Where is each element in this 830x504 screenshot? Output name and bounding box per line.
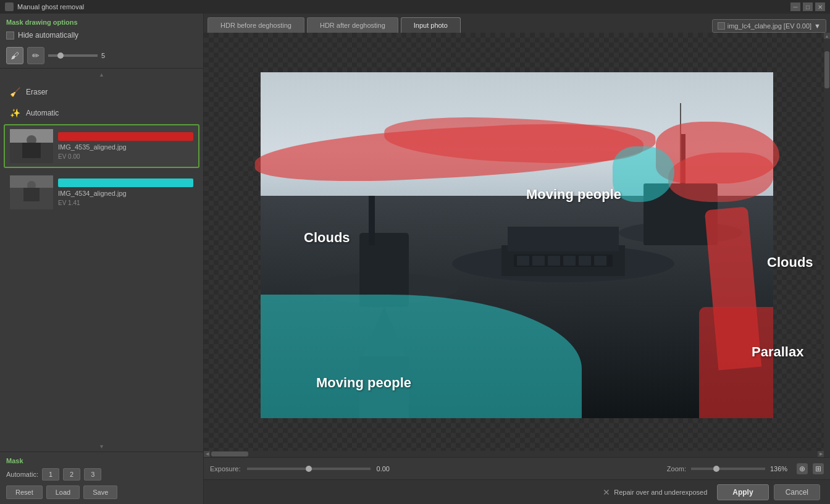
scroll-up-arrow[interactable]: ▲ [824,33,830,39]
eraser-icon: 🧹 [9,86,21,98]
image-ev-2: EV 1.41 [58,200,193,206]
svg-rect-25 [594,256,606,266]
svg-rect-12 [369,196,375,245]
reset-button[interactable]: Reset [6,485,43,499]
dropdown-arrow-icon: ▼ [814,22,821,30]
minimize-button[interactable]: ─ [790,2,800,11]
image-thumb-1 [10,129,53,163]
svg-rect-24 [579,256,591,266]
exposure-value: 0.00 [377,465,398,472]
tab-bar: HDR before deghosting HDR after deghosti… [204,14,830,33]
right-panel: HDR before deghosting HDR after deghosti… [204,14,830,504]
image-info-1: IMG_4535_aligned.jpg EV 0.00 [58,132,193,160]
label-moving-people-bottom: Moving people [316,375,411,391]
color-bar-red-1 [58,132,193,141]
svg-rect-22 [548,256,560,266]
eraser-label: Eraser [26,88,48,96]
image-composite: Clouds Moving people Clouds Parallax Mov… [261,72,773,418]
svg-rect-20 [517,256,529,266]
image-filename-1: IMG_4535_aligned.jpg [58,143,193,151]
tools-row: 🖌 ✏ 5 [0,44,203,67]
vertical-scrollbar[interactable]: ▲ ▼ [824,33,830,457]
dropdown-filename: img_lc4_clahe.jpg [EV 0.00] [727,22,811,30]
mask-automatic-label: Automatic: [6,471,38,478]
image-info-2: IMG_4534_aligned.jpg EV 1.41 [58,178,193,206]
save-button[interactable]: Save [83,485,117,499]
zoom-controls: Zoom: 136% ⊕ ⊞ [667,463,824,474]
hide-automatically-row: Hide automatically [0,28,203,44]
tab-input-photo[interactable]: Input photo [401,17,461,33]
mask-actions: Reset Load Save [6,485,197,499]
tab-hdr-after[interactable]: HDR after deghosting [307,17,398,33]
image-item-2[interactable]: IMG_4534_aligned.jpg EV 1.41 [4,170,199,214]
app-icon [5,2,14,11]
list-scroll-up-button[interactable]: ▲ [0,70,203,80]
list-scroll-down-button[interactable]: ▼ [0,442,203,452]
automatic-icon: ✨ [9,107,21,119]
hide-automatically-checkbox[interactable] [6,32,14,40]
hide-automatically-label: Hide automatically [18,31,78,40]
automatic-tool-item[interactable]: ✨ Automatic [4,103,199,123]
image-list: 🧹 Eraser ✨ Automatic [0,80,203,442]
brush-size-value: 5 [101,52,105,59]
scroll-left-arrow[interactable]: ◀ [204,451,210,457]
repair-x-icon[interactable]: ✕ [603,487,610,497]
zoom-slider[interactable] [691,468,765,470]
image-ev-1: EV 0.00 [58,153,193,160]
horizontal-scrollbar[interactable]: ◀ ▶ [204,451,824,457]
svg-rect-15 [508,227,619,251]
zoom-actual-button[interactable]: ⊞ [813,463,824,474]
brush-size-container: 5 [48,52,197,59]
brush-size-slider[interactable] [48,54,98,57]
mask-section: Mask Automatic: 1 2 3 Reset Load Save [0,452,203,504]
sidebar: Mask drawing options Hide automatically … [0,14,204,504]
mask-auto-btn-3[interactable]: 3 [84,468,101,481]
svg-rect-23 [563,256,576,266]
mask-section-title: Mask [6,457,197,464]
mask-auto-btn-2[interactable]: 2 [63,468,80,481]
main-layout: Mask drawing options Hide automatically … [0,14,830,504]
label-moving-people-top: Moving people [526,187,621,203]
exposure-label: Exposure: [210,465,241,472]
mask-red-parallax2 [699,307,773,418]
bottom-bar: Exposure: 0.00 Zoom: 136% ⊕ ⊞ [204,457,830,479]
scroll-corner [824,451,830,457]
exposure-slider[interactable] [247,468,371,470]
mask-auto-row: Automatic: 1 2 3 [6,468,197,481]
repair-label: Repair over and underexposed [614,489,707,496]
apply-button[interactable]: Apply [717,484,768,500]
maximize-button[interactable]: □ [803,2,813,11]
automatic-label: Automatic [26,109,59,117]
load-button[interactable]: Load [46,485,80,499]
label-parallax: Parallax [752,344,803,360]
image-thumb-2 [10,175,53,209]
scroll-thumb-horizontal[interactable] [211,452,248,456]
svg-rect-21 [532,256,545,266]
zoom-value: 136% [770,465,792,472]
paint-tool-button[interactable]: 🖌 [6,47,23,64]
zoom-fit-button[interactable]: ⊕ [797,463,808,474]
mask-red-clouds-right2 [668,153,773,202]
color-bar-cyan-2 [58,178,193,187]
scroll-thumb-vertical[interactable] [824,51,829,88]
dropdown-checkbox [718,22,725,30]
title-bar: Manual ghost removal ─ □ ✕ [0,0,830,14]
eraser-tool-item[interactable]: 🧹 Eraser [4,82,199,102]
tab-file-dropdown[interactable]: img_lc4_clahe.jpg [EV 0.00] ▼ [712,19,826,33]
label-clouds-left: Clouds [304,230,350,246]
close-button[interactable]: ✕ [815,2,825,11]
svg-rect-7 [23,188,40,201]
footer-bar: ✕ Repair over and underexposed Apply Can… [204,479,830,504]
scroll-right-arrow[interactable]: ▶ [818,451,824,457]
label-clouds-right: Clouds [767,254,813,271]
image-item-1[interactable]: IMG_4535_aligned.jpg EV 0.00 [4,124,199,168]
tab-hdr-before[interactable]: HDR before deghosting [208,17,304,33]
cancel-button[interactable]: Cancel [774,484,820,500]
title-bar-text: Manual ghost removal [17,3,84,10]
zoom-label: Zoom: [667,465,686,472]
svg-rect-3 [22,143,41,158]
canvas-area[interactable]: Clouds Moving people Clouds Parallax Mov… [204,33,830,457]
image-filename-2: IMG_4534_aligned.jpg [58,190,193,197]
mask-auto-btn-1[interactable]: 1 [42,468,59,481]
pencil-tool-button[interactable]: ✏ [27,47,44,64]
